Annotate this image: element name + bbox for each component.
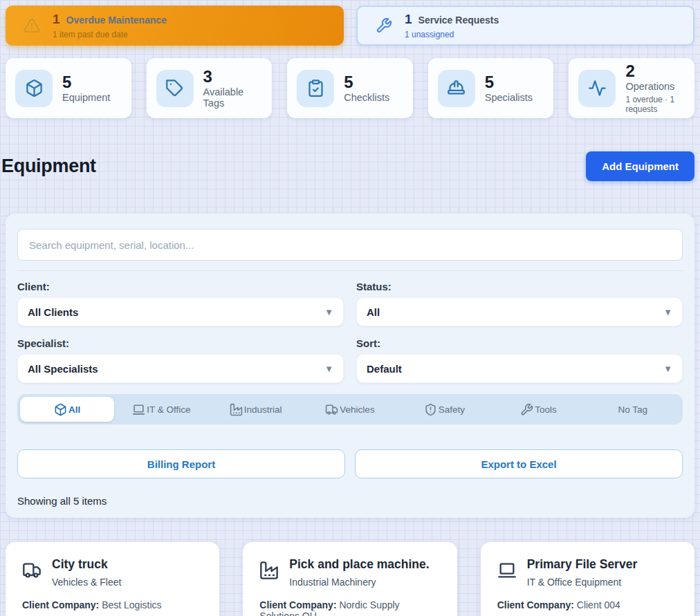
tag-tab-tools[interactable]: Tools xyxy=(491,397,585,422)
tag-tab-label: IT & Office xyxy=(147,404,190,415)
stat-card-available-tags: 3 Available Tags xyxy=(147,58,273,118)
sort-select-value: Default xyxy=(367,363,402,375)
equipment-dashboard-page: 1 Overdue Maintenance 1 item past due da… xyxy=(0,0,700,616)
overdue-maintenance-banner[interactable]: 1 Overdue Maintenance 1 item past due da… xyxy=(6,6,344,46)
tag-tab-label: All xyxy=(68,404,80,415)
stat-card-checklists: 5 Checklists xyxy=(287,58,413,118)
checklists-count: 5 xyxy=(344,73,389,91)
wrench-icon xyxy=(376,17,392,34)
equipment-count: 5 xyxy=(62,73,110,91)
tag-tab-safety[interactable]: Safety xyxy=(397,397,491,422)
client-company-label: Client Company: xyxy=(497,599,574,610)
laptop-icon xyxy=(497,561,517,580)
specialists-label: Specialists xyxy=(485,92,533,103)
client-company-label: Client Company: xyxy=(259,599,336,610)
overdue-count: 1 xyxy=(53,12,60,27)
factory-icon xyxy=(230,403,243,416)
results-count-text: Showing all 5 items xyxy=(17,495,683,507)
tag-tab-label: Tools xyxy=(535,404,557,415)
filter-panel: Client: All Clients ▼ Status: All ▼ Spec… xyxy=(6,214,694,518)
service-label: Service Requests xyxy=(418,15,499,26)
tag-tab-label: Safety xyxy=(439,404,465,415)
shield-alert-icon xyxy=(424,403,437,416)
chevron-down-icon: ▼ xyxy=(663,308,672,317)
package-icon xyxy=(25,79,44,97)
stat-card-operations: 2 Operations 1 overdue · 1 requests xyxy=(569,58,694,118)
status-select-value: All xyxy=(367,306,380,318)
client-company-line: Client Company: Client 004 xyxy=(497,599,678,610)
hard-hat-icon xyxy=(447,79,466,97)
sort-select[interactable]: Default ▼ xyxy=(356,354,683,383)
equipment-title: City truck xyxy=(52,557,121,572)
box-icon xyxy=(54,403,67,416)
tag-filter-bar: All IT & Office Industrial Vehicles Safe… xyxy=(17,394,683,424)
panel-divider xyxy=(17,270,683,271)
truck-icon xyxy=(22,561,42,580)
tags-count: 3 xyxy=(203,68,263,85)
tag-tab-all[interactable]: All xyxy=(20,397,114,422)
tag-tab-label: Industrial xyxy=(244,404,282,415)
operations-label: Operations xyxy=(625,81,685,92)
tag-tab-label: No Tag xyxy=(618,404,648,415)
equipment-card-city-truck[interactable]: City truck Vehicles & Fleet Client Compa… xyxy=(6,542,219,616)
chevron-down-icon: ▼ xyxy=(663,364,672,373)
equipment-category: Industrial Machinery xyxy=(289,577,429,588)
equipment-title: Primary File Server xyxy=(527,557,638,572)
export-to-excel-button[interactable]: Export to Excel xyxy=(355,449,683,478)
client-select-value: All Clients xyxy=(28,306,78,318)
equipment-card-pick-and-place[interactable]: Pick and place machine. Industrial Machi… xyxy=(243,542,457,616)
client-company-line: Client Company: Best Logistics xyxy=(22,599,203,610)
filter-selects: Client: All Clients ▼ Status: All ▼ Spec… xyxy=(17,281,683,383)
operations-subtext: 1 overdue · 1 requests xyxy=(625,95,685,114)
sort-filter-label: Sort: xyxy=(356,337,683,349)
status-filter-label: Status: xyxy=(356,281,683,292)
activity-icon xyxy=(588,79,607,97)
alert-banners-row: 1 Overdue Maintenance 1 item past due da… xyxy=(6,6,694,46)
equipment-title: Pick and place machine. xyxy=(289,557,429,572)
specialist-select[interactable]: All Specialists ▼ xyxy=(17,354,344,383)
add-equipment-button[interactable]: Add Equipment xyxy=(586,151,694,181)
tag-icon xyxy=(165,79,184,97)
wrench-icon xyxy=(520,403,533,416)
tags-label: Available Tags xyxy=(203,86,263,109)
status-select[interactable]: All ▼ xyxy=(356,297,683,326)
tag-tab-label: Vehicles xyxy=(340,404,374,415)
client-company-line: Client Company: Nordic Supply Solutions … xyxy=(259,599,440,616)
page-header: Equipment Add Equipment xyxy=(1,151,699,181)
overdue-label: Overdue Maintenance xyxy=(66,15,167,26)
tag-tab-it-office[interactable]: IT & Office xyxy=(114,397,208,422)
stats-row: 5 Equipment 3 Available Tags 5 Checklist… xyxy=(6,58,694,118)
tag-tab-vehicles[interactable]: Vehicles xyxy=(303,397,397,422)
search-input[interactable] xyxy=(17,229,683,261)
equipment-card-primary-file-server[interactable]: Primary File Server IT & Office Equipmen… xyxy=(481,542,694,616)
stat-card-specialists: 5 Specialists xyxy=(428,58,554,118)
chevron-down-icon: ▼ xyxy=(324,308,333,317)
tag-tab-no-tag[interactable]: No Tag xyxy=(586,397,680,422)
tag-tab-industrial[interactable]: Industrial xyxy=(209,397,303,422)
truck-icon xyxy=(325,403,338,416)
service-count: 1 xyxy=(405,12,412,27)
client-filter-label: Client: xyxy=(17,281,344,292)
specialists-count: 5 xyxy=(485,73,533,91)
service-subtext: 1 unassigned xyxy=(405,30,499,39)
billing-report-button[interactable]: Billing Report xyxy=(17,449,345,478)
stat-card-equipment: 5 Equipment xyxy=(6,58,131,118)
client-company-value: Best Logistics xyxy=(102,599,161,610)
equipment-label: Equipment xyxy=(62,92,110,103)
overdue-subtext: 1 item past due date xyxy=(53,30,167,39)
specialist-filter-label: Specialist: xyxy=(17,337,344,349)
alert-triangle-icon xyxy=(24,17,40,34)
operations-count: 2 xyxy=(625,62,685,80)
equipment-category: IT & Office Equipment xyxy=(527,577,638,588)
equipment-category: Vehicles & Fleet xyxy=(52,577,121,588)
client-select[interactable]: All Clients ▼ xyxy=(17,297,344,326)
equipment-cards-row: City truck Vehicles & Fleet Client Compa… xyxy=(6,542,694,616)
checklists-label: Checklists xyxy=(344,92,389,103)
clipboard-check-icon xyxy=(306,79,325,97)
factory-icon xyxy=(259,561,279,580)
client-company-value: Client 004 xyxy=(577,599,620,610)
client-company-label: Client Company: xyxy=(22,599,99,610)
service-requests-banner[interactable]: 1 Service Requests 1 unassigned xyxy=(356,6,694,46)
specialist-select-value: All Specialists xyxy=(28,363,98,375)
report-actions-row: Billing Report Export to Excel xyxy=(17,449,683,478)
